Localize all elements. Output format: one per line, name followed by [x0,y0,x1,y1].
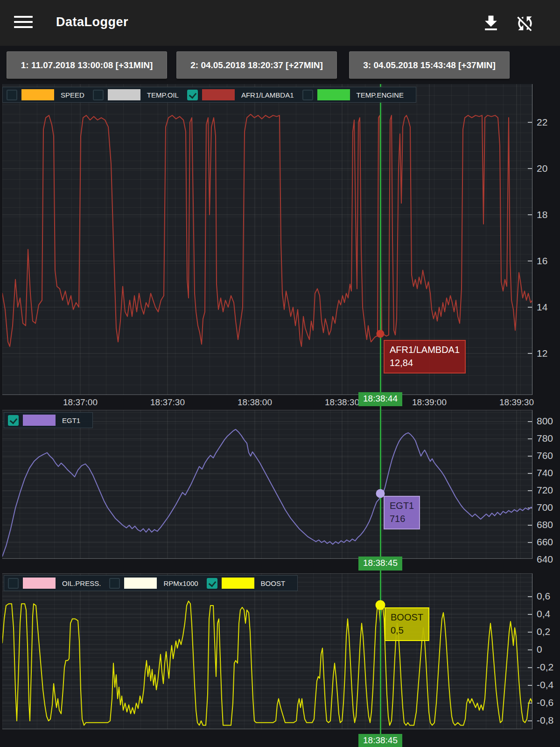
y-tick-label: -0,4 [537,679,553,691]
legend-checkbox-boost[interactable] [207,578,217,589]
session-button-1[interactable]: 1: 11.07.2018 13:00:08 [+31MIN] [7,51,167,79]
chart-egt-plot[interactable] [2,410,532,559]
y-tick-label: 780 [537,433,553,444]
cursor-marker-dot-afr [377,330,385,338]
legend-swatch-oil-press- [23,578,56,589]
app-title: DataLogger [56,15,128,29]
tooltip-afr-title: AFR1/LAMBDA1 [390,343,460,356]
legend-label-egt1: EGT1 [62,416,80,424]
tooltip-afr: AFR1/LAMBDA112,84 [384,340,466,374]
cursor-time-badge-boost: 18:38:45 [358,734,402,747]
y-tick-label: 0,4 [537,608,550,620]
x-tick-label: 18:37:30 [150,397,185,408]
datalogger-screen: DataLogger 1: 11.07.2018 13:00:08 [+31MI… [0,0,560,747]
egt-series-line [2,430,532,557]
download-icon[interactable] [481,13,501,34]
x-tick-label: 18:38:30 [325,397,359,408]
hamburger-icon[interactable] [14,16,35,30]
legend-swatch-temp-oil [108,89,140,100]
session-button-2[interactable]: 2: 04.05.2018 18:20:37 [+27MIN] [176,51,337,79]
chart-afr-legend: SPEEDTEMP.OILAFR1/LAMBDA1TEMP.ENGINE [2,87,416,103]
tooltip-egt-title: EGT1 [390,499,414,512]
cursor-marker-dot-boost [376,600,385,610]
tooltip-boost-value: 0,5 [391,624,423,637]
tooltip-boost-title: BOOST [391,611,423,624]
cursor-time-badge-egt: 18:38:45 [358,557,402,571]
legend-label-boost: BOOST [261,579,286,587]
sync-disabled-icon[interactable] [515,13,535,34]
y-tick-label: -0,2 [537,662,553,673]
legend-checkbox-temp-oil[interactable] [93,90,104,100]
x-tick-label: 18:39:00 [412,397,447,408]
y-tick-label: 760 [537,450,553,461]
legend-swatch-temp-engine [317,89,350,100]
y-tick-label: 800 [537,416,553,427]
y-tick-label: 700 [537,502,553,513]
tooltip-afr-value: 12,84 [390,356,460,369]
legend-swatch-egt1 [23,415,56,426]
y-tick-label: 0 [537,644,542,655]
legend-label-temp-engine: TEMP.ENGINE [357,91,404,99]
x-tick-label: 18:39:30 [499,397,534,408]
legend-label-rpmx1000: RPMx1000 [163,579,198,587]
legend-checkbox-speed[interactable] [7,90,17,100]
tooltip-egt: EGT1716 [384,496,420,529]
tooltip-boost: BOOST0,5 [385,607,429,641]
legend-label-afr1-lambda1: AFR1/LAMBDA1 [241,91,294,99]
session-button-3[interactable]: 3: 04.05.2018 15:43:48 [+37MIN] [349,51,510,79]
legend-label-speed: SPEED [61,91,84,99]
boost-series-line [2,601,532,726]
y-tick-label: 20 [537,163,547,174]
y-tick-label: 0,2 [537,626,550,637]
chart-egt-canvas [2,410,532,558]
legend-swatch-boost [222,578,254,589]
legend-swatch-afr1-lambda1 [202,89,235,100]
tooltip-egt-value: 716 [390,512,414,525]
y-tick-label: 740 [537,467,553,479]
legend-swatch-speed [21,89,54,100]
y-tick-label: 18 [537,209,547,220]
y-tick-label: 640 [537,554,553,565]
legend-label-temp-oil: TEMP.OIL [147,91,179,99]
y-tick-label: 14 [537,302,547,313]
afr-series-line [2,114,532,346]
chart-boost-legend: OIL.PRESS.RPMx1000BOOST [4,575,298,591]
y-tick-label: -0,6 [537,697,553,708]
legend-checkbox-oil-press-[interactable] [8,578,19,589]
app-bar: DataLogger [0,0,560,46]
chart-egt-legend: EGT1 [4,412,93,428]
y-tick-label: 0,6 [537,591,550,602]
cursor-time-badge-afr: 18:38:44 [358,392,402,406]
legend-checkbox-afr1-lambda1[interactable] [187,90,198,100]
legend-checkbox-rpmx1000[interactable] [109,578,120,589]
legend-checkbox-temp-engine[interactable] [302,90,313,100]
y-tick-label: 16 [537,255,547,267]
y-tick-label: 680 [537,519,553,530]
cursor-line[interactable] [380,84,381,747]
y-tick-label: -0,8 [537,715,553,726]
legend-swatch-rpmx1000 [124,578,157,589]
y-tick-label: 660 [537,536,553,548]
legend-checkbox-egt1[interactable] [8,415,19,426]
x-tick-label: 18:38:00 [238,397,272,408]
x-tick-label: 18:37:00 [63,397,98,408]
y-tick-label: 12 [537,348,547,359]
y-tick-label: 22 [537,117,547,128]
chart-boost-plot[interactable] [2,573,532,729]
legend-label-oil-press-: OIL.PRESS. [62,579,101,587]
y-tick-label: 720 [537,485,553,496]
chart-boost-canvas [2,574,532,729]
